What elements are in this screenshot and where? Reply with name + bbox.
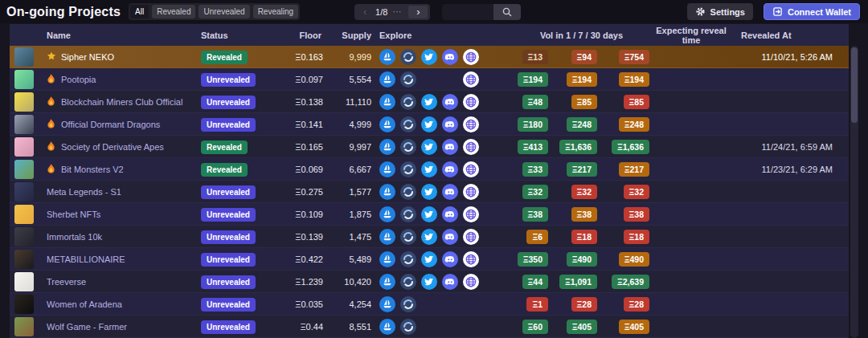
thumbnail-cell — [10, 295, 45, 314]
explore-slot-empty — [421, 71, 437, 88]
etherscan-icon[interactable] — [400, 139, 416, 155]
discord-icon[interactable] — [442, 116, 458, 132]
search-input[interactable] — [442, 4, 493, 20]
etherscan-icon[interactable] — [400, 296, 416, 312]
twitter-icon[interactable] — [421, 139, 437, 155]
website-icon[interactable] — [463, 116, 479, 132]
tab-revealing[interactable]: Revealing — [253, 5, 298, 18]
opensea-icon[interactable] — [379, 319, 395, 335]
etherscan-icon[interactable] — [400, 251, 416, 267]
website-icon[interactable] — [463, 184, 479, 200]
next-page-button[interactable]: › — [408, 6, 428, 18]
page-ellipsis[interactable]: ⋯ — [390, 6, 404, 17]
twitter-icon[interactable] — [421, 229, 437, 245]
table-row[interactable]: Sipher NEKO Revealed Ξ0.163 9,999 Ξ13Ξ94… — [10, 46, 849, 68]
twitter-icon[interactable] — [421, 94, 437, 110]
opensea-icon[interactable] — [379, 49, 395, 65]
website-icon[interactable] — [463, 161, 479, 177]
connect-wallet-label: Connect Wallet — [788, 7, 851, 17]
opensea-icon[interactable] — [379, 116, 395, 132]
twitter-icon[interactable] — [421, 184, 437, 200]
project-name: Meta Legends - S1 — [47, 187, 121, 197]
table-row[interactable]: Sherbet NFTs Unrevealed Ξ0.109 1,875 Ξ38… — [10, 203, 849, 226]
tab-unrevealed[interactable]: Unrevealed — [199, 5, 249, 18]
tab-revealed[interactable]: Revealed — [152, 5, 195, 18]
table-row[interactable]: Treeverse Unrevealed Ξ1.239 10,420 Ξ44Ξ1… — [10, 271, 849, 293]
etherscan-icon[interactable] — [400, 49, 416, 65]
discord-icon[interactable] — [442, 274, 458, 290]
explore-slot-empty — [463, 319, 479, 335]
table-row[interactable]: METABILLIONAIRE Unrevealed Ξ0.422 5,489 … — [10, 248, 849, 271]
opensea-icon[interactable] — [379, 251, 395, 267]
opensea-icon[interactable] — [379, 139, 395, 155]
twitter-icon[interactable] — [421, 161, 437, 177]
project-thumbnail — [14, 250, 34, 269]
table-row[interactable]: Immortals 10k Unrevealed Ξ0.139 1,475 Ξ6… — [10, 226, 849, 248]
table-row[interactable]: Bit Monsters V2 Revealed Ξ0.069 6,667 Ξ3… — [10, 158, 849, 181]
opensea-icon[interactable] — [379, 161, 395, 177]
search-button[interactable] — [493, 4, 521, 20]
table-row[interactable]: Official Dormant Dragons Unrevealed Ξ0.1… — [10, 113, 849, 136]
table-row[interactable]: Wolf Game - Farmer Unrevealed Ξ0.44 8,55… — [10, 316, 849, 338]
opensea-icon[interactable] — [379, 71, 395, 88]
discord-icon[interactable] — [442, 94, 458, 110]
etherscan-icon[interactable] — [400, 116, 416, 132]
volume-badge: Ξ85 — [571, 95, 597, 109]
website-icon[interactable] — [463, 71, 479, 88]
etherscan-icon[interactable] — [400, 229, 416, 245]
discord-icon[interactable] — [442, 184, 458, 200]
opensea-icon[interactable] — [379, 274, 395, 290]
etherscan-icon[interactable] — [400, 274, 416, 290]
discord-icon[interactable] — [442, 229, 458, 245]
website-icon[interactable] — [463, 139, 479, 155]
twitter-icon[interactable] — [421, 116, 437, 132]
opensea-icon[interactable] — [379, 94, 395, 110]
volume-badge: Ξ38 — [571, 207, 597, 222]
settings-button[interactable]: Settings — [687, 3, 753, 20]
scrollbar-thumb[interactable] — [851, 47, 858, 123]
table-row[interactable]: Blockchain Miners Club Official Unreveal… — [10, 91, 849, 113]
website-icon[interactable] — [463, 251, 479, 267]
etherscan-icon[interactable] — [400, 319, 416, 335]
twitter-icon[interactable] — [421, 274, 437, 290]
status-cell: Unrevealed — [201, 116, 289, 132]
thumbnail-cell — [10, 272, 45, 291]
discord-icon[interactable] — [442, 251, 458, 267]
explore-links — [373, 296, 490, 312]
floor-price: Ξ0.097 — [289, 75, 323, 84]
volume-badges: Ξ194Ξ194Ξ194 — [490, 72, 651, 87]
etherscan-icon[interactable] — [400, 94, 416, 110]
search-box — [442, 4, 521, 20]
etherscan-icon[interactable] — [400, 206, 416, 222]
opensea-icon[interactable] — [379, 296, 395, 312]
etherscan-icon[interactable] — [400, 71, 416, 88]
table-row[interactable]: Society of Derivative Apes Revealed Ξ0.1… — [10, 136, 849, 158]
discord-icon[interactable] — [442, 139, 458, 155]
twitter-icon[interactable] — [421, 251, 437, 267]
name-cell: Wolf Game - Farmer — [45, 322, 201, 332]
opensea-icon[interactable] — [379, 229, 395, 245]
etherscan-icon[interactable] — [400, 161, 416, 177]
website-icon[interactable] — [463, 229, 479, 245]
etherscan-icon[interactable] — [400, 184, 416, 200]
opensea-icon[interactable] — [379, 184, 395, 200]
table-row[interactable]: Meta Legends - S1 Unrevealed Ξ0.275 1,57… — [10, 181, 849, 203]
discord-icon[interactable] — [442, 49, 458, 65]
prev-page-button[interactable]: ‹ — [357, 6, 373, 18]
project-thumbnail — [14, 137, 34, 157]
table-row[interactable]: Women of Aradena Unrevealed Ξ0.035 4,254… — [10, 293, 849, 316]
twitter-icon[interactable] — [421, 206, 437, 222]
tab-all[interactable]: All — [130, 5, 149, 18]
floor-price: Ξ0.139 — [289, 232, 323, 242]
table-row[interactable]: Pootopia Unrevealed Ξ0.097 5,554 Ξ194Ξ19… — [10, 68, 849, 91]
twitter-icon[interactable] — [421, 49, 437, 65]
opensea-icon[interactable] — [379, 206, 395, 222]
website-icon[interactable] — [463, 206, 479, 222]
connect-wallet-button[interactable]: Connect Wallet — [764, 3, 860, 20]
discord-icon[interactable] — [442, 161, 458, 177]
name-cell: Immortals 10k — [45, 232, 201, 242]
website-icon[interactable] — [463, 274, 479, 290]
website-icon[interactable] — [463, 94, 479, 110]
discord-icon[interactable] — [442, 206, 458, 222]
website-icon[interactable] — [463, 49, 479, 65]
